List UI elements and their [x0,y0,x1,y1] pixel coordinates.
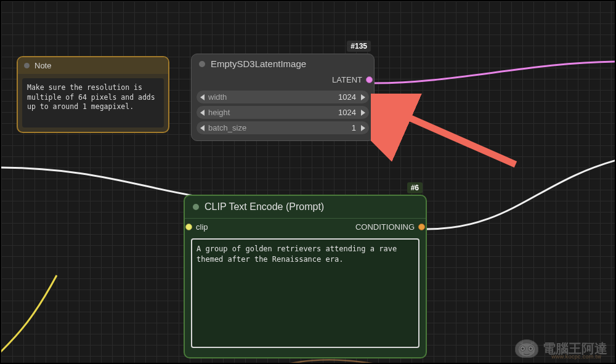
increment-arrow-icon[interactable] [361,94,365,100]
collapse-dot-icon[interactable] [199,61,205,67]
watermark-logo-icon [515,339,538,358]
note-node[interactable]: Note Make sure the resolution is multipl… [17,56,169,133]
clip-input-row: clip [187,222,208,232]
collapse-dot-icon[interactable] [193,204,199,210]
node-id-badge: #6 [407,182,423,193]
param-height[interactable]: height 1024 [197,106,369,119]
latent-output-row: LATENT [192,73,374,88]
decrement-arrow-icon[interactable] [200,125,205,131]
clip-title: CLIP Text Encode (Prompt) [205,201,324,212]
param-label: batch_size [205,123,352,132]
clip-header[interactable]: CLIP Text Encode (Prompt) [185,196,426,219]
conditioning-output-row: CONDITIONING [355,222,424,232]
param-label: height [205,108,338,117]
param-value[interactable]: 1024 [338,92,361,102]
param-value[interactable]: 1 [352,123,361,132]
param-value[interactable]: 1024 [338,108,361,117]
decrement-arrow-icon[interactable] [200,110,205,116]
svg-point-5 [522,347,524,350]
conditioning-output-port[interactable] [418,224,425,230]
sd3-header[interactable]: EmptySD3LatentImage [192,54,374,73]
watermark-url: www.kocpc.com.tw [551,354,601,360]
note-body[interactable]: Make sure the resolution is multiple of … [22,78,164,127]
note-title: Note [34,61,51,70]
param-batch-size[interactable]: batch_size 1 [197,121,369,134]
prompt-textarea[interactable] [191,238,419,348]
svg-point-6 [530,347,532,350]
increment-arrow-icon[interactable] [361,125,365,131]
increment-arrow-icon[interactable] [361,110,365,116]
conditioning-output-label: CONDITIONING [355,222,415,232]
node-id-badge: #135 [347,41,371,52]
param-label: width [205,92,338,102]
clip-text-encode-node[interactable]: #6 CLIP Text Encode (Prompt) clip CONDIT… [184,195,427,358]
clip-input-port[interactable] [185,224,192,230]
param-width[interactable]: width 1024 [197,91,369,103]
clip-input-label: clip [196,222,208,232]
decrement-arrow-icon[interactable] [200,94,205,100]
latent-output-port[interactable] [366,76,373,83]
note-header[interactable]: Note [18,57,168,74]
empty-sd3-latent-node[interactable]: #135 EmptySD3LatentImage LATENT width 10… [191,54,375,141]
sd3-title: EmptySD3LatentImage [211,59,306,69]
collapse-dot-icon[interactable] [24,63,30,68]
latent-output-label: LATENT [332,75,362,84]
watermark: 電腦王阿達 www.kocpc.com.tw [515,339,607,358]
